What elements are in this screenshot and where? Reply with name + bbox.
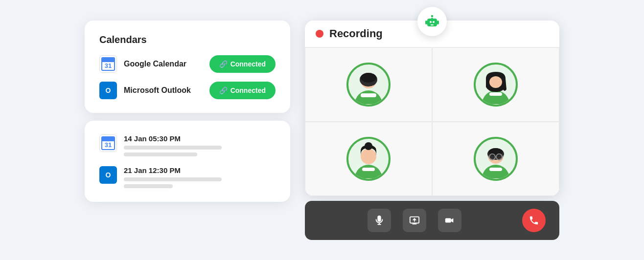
calendars-title: Calendars: [99, 34, 276, 45]
svg-point-22: [482, 165, 509, 178]
svg-point-20: [362, 152, 375, 163]
call-toolbar: [305, 201, 559, 240]
svg-point-17: [355, 165, 382, 178]
participants-grid: [305, 47, 559, 196]
participant-1: [305, 47, 432, 122]
participant-4: [432, 122, 559, 196]
outlook-connected-button[interactable]: 🔗 Connected: [209, 82, 276, 99]
google-connected-label: Connected: [230, 60, 266, 68]
link-icon: 🔗: [219, 60, 228, 68]
outlook-connected-label: Connected: [230, 87, 266, 94]
event2-time: 21 Jan 12:30 PM: [124, 166, 222, 174]
recording-label: Recording: [329, 27, 383, 40]
link-icon-2: 🔗: [219, 87, 228, 94]
event2-icon: O: [99, 166, 117, 184]
svg-point-11: [361, 73, 376, 83]
svg-rect-12: [361, 93, 376, 97]
event2-bar: [124, 177, 222, 181]
right-panel: Recording: [305, 21, 559, 240]
svg-point-5: [431, 15, 434, 18]
outlook-calendar-icon: O: [99, 82, 117, 99]
svg-rect-2: [433, 21, 435, 23]
svg-point-15: [489, 76, 502, 88]
recording-dot: [316, 30, 323, 38]
event-item-1: 31 14 Jan 05:30 PM: [99, 134, 276, 156]
robot-icon: [417, 7, 447, 36]
video-window: Recording: [305, 21, 559, 196]
events-card: 31 14 Jan 05:30 PM O 21 Jan 12:30 PM: [85, 121, 290, 202]
svg-rect-3: [431, 24, 434, 25]
screen-share-button[interactable]: [403, 209, 426, 232]
svg-rect-21: [362, 168, 375, 171]
outlook-calendar-item: O Microsoft Outlook 🔗 Connected: [99, 82, 276, 99]
end-call-button[interactable]: [522, 209, 546, 232]
google-calendar-name: Google Calendar: [124, 60, 186, 68]
participant-2: [432, 47, 559, 122]
avatar-4: [474, 137, 518, 181]
calendars-card: Calendars 31 Google Calendar 🔗 Connected: [85, 21, 290, 113]
svg-rect-1: [430, 21, 432, 23]
outlook-cal-left: O Microsoft Outlook: [99, 82, 191, 99]
camera-button[interactable]: [438, 209, 461, 232]
event1-icon: 31: [99, 134, 117, 152]
svg-rect-7: [437, 21, 439, 24]
svg-rect-33: [445, 218, 451, 222]
avatar-2: [474, 63, 518, 107]
event-item-2: O 21 Jan 12:30 PM: [99, 166, 276, 188]
event2-info: 21 Jan 12:30 PM: [124, 166, 222, 188]
svg-point-19: [365, 142, 372, 150]
google-connected-button[interactable]: 🔗 Connected: [209, 55, 276, 73]
event1-info: 14 Jan 05:30 PM: [124, 134, 222, 156]
google-calendar-item: 31 Google Calendar 🔗 Connected: [99, 55, 276, 73]
avatar-3: [346, 137, 391, 181]
svg-rect-6: [425, 21, 427, 24]
google-cal-left: 31 Google Calendar: [99, 55, 186, 73]
outlook-calendar-name: Microsoft Outlook: [124, 86, 191, 95]
left-panel: Calendars 31 Google Calendar 🔗 Connected: [85, 21, 290, 202]
event2-bar2: [124, 184, 173, 188]
svg-rect-16: [489, 92, 502, 96]
avatar-1: [346, 63, 391, 107]
event1-bar: [124, 146, 222, 150]
svg-rect-31: [489, 168, 502, 171]
google-calendar-icon: 31: [99, 55, 117, 73]
participant-3: [305, 122, 432, 196]
event1-time: 14 Jan 05:30 PM: [124, 134, 222, 143]
event1-bar2: [124, 152, 197, 156]
microphone-button[interactable]: [368, 209, 391, 232]
